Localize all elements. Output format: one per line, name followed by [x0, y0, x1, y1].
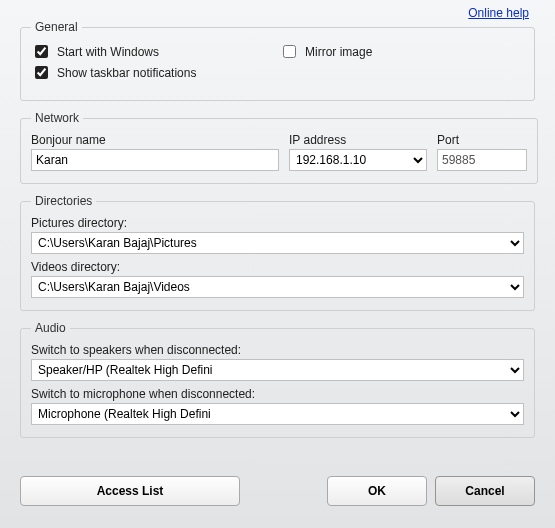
start-with-windows-checkbox[interactable] [35, 45, 48, 58]
videos-dir-select[interactable]: C:\Users\Karan Bajaj\Videos [31, 276, 524, 298]
microphone-label: Switch to microphone when disconnected: [31, 387, 524, 401]
network-group: Network Bonjour name IP address 192.168.… [20, 111, 538, 184]
cancel-button[interactable]: Cancel [435, 476, 535, 506]
port-input [437, 149, 527, 171]
taskbar-notifications-label: Show taskbar notifications [57, 66, 196, 80]
bonjour-name-input[interactable] [31, 149, 279, 171]
audio-legend: Audio [31, 321, 70, 335]
audio-group: Audio Switch to speakers when disconnect… [20, 321, 535, 438]
mirror-image-label: Mirror image [305, 45, 372, 59]
microphone-select[interactable]: Microphone (Realtek High Defini [31, 403, 524, 425]
general-group: General Start with Windows Mirror image … [20, 20, 535, 101]
taskbar-notifications-checkbox[interactable] [35, 66, 48, 79]
pictures-dir-select[interactable]: C:\Users\Karan Bajaj\Pictures [31, 232, 524, 254]
speakers-label: Switch to speakers when disconnected: [31, 343, 524, 357]
videos-dir-label: Videos directory: [31, 260, 524, 274]
ok-button[interactable]: OK [327, 476, 427, 506]
directories-group: Directories Pictures directory: C:\Users… [20, 194, 535, 311]
button-bar: Access List OK Cancel [20, 476, 535, 506]
port-label: Port [437, 133, 527, 147]
online-help-link[interactable]: Online help [468, 6, 529, 20]
help-link-container: Online help [20, 4, 535, 20]
access-list-button[interactable]: Access List [20, 476, 240, 506]
directories-legend: Directories [31, 194, 96, 208]
bonjour-name-label: Bonjour name [31, 133, 279, 147]
speakers-select[interactable]: Speaker/HP (Realtek High Defini [31, 359, 524, 381]
ip-address-label: IP address [289, 133, 427, 147]
pictures-dir-label: Pictures directory: [31, 216, 524, 230]
general-legend: General [31, 20, 82, 34]
start-with-windows-label: Start with Windows [57, 45, 159, 59]
network-legend: Network [31, 111, 83, 125]
mirror-image-checkbox[interactable] [283, 45, 296, 58]
ip-address-select[interactable]: 192.168.1.10 [289, 149, 427, 171]
